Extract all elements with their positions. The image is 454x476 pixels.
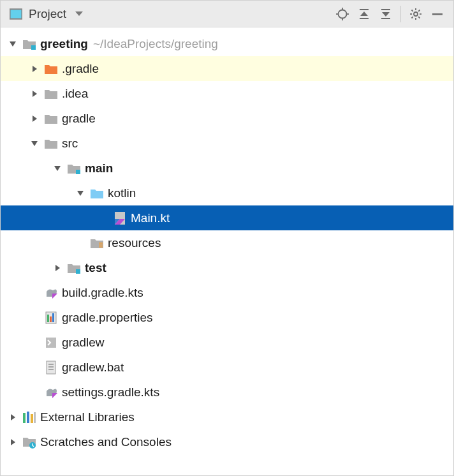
svg-marker-32 xyxy=(77,191,84,196)
separator xyxy=(400,6,401,22)
svg-point-3 xyxy=(339,10,347,18)
folder-label: main xyxy=(85,161,113,175)
svg-marker-29 xyxy=(31,141,38,146)
svg-marker-28 xyxy=(33,115,37,122)
chevron-down-icon[interactable] xyxy=(4,40,21,48)
svg-rect-40 xyxy=(76,269,80,274)
svg-rect-31 xyxy=(76,170,80,174)
tree-row-external-libraries[interactable]: External Libraries xyxy=(1,405,453,429)
tree-row-folder[interactable]: gradle xyxy=(1,106,453,131)
external-libraries-label: External Libraries xyxy=(40,410,135,424)
chevron-right-icon[interactable] xyxy=(4,413,21,421)
svg-marker-51 xyxy=(52,393,57,398)
svg-marker-41 xyxy=(52,294,57,299)
module-folder-icon xyxy=(21,38,38,50)
tree-row-file-selected[interactable]: Main.kt xyxy=(1,205,453,230)
svg-marker-2 xyxy=(75,11,83,16)
dropdown-arrow-icon xyxy=(75,11,83,17)
tree-row-scratches[interactable]: Scratches and Consoles xyxy=(1,429,453,454)
locate-button[interactable] xyxy=(332,3,353,25)
project-path: ~/IdeaProjects/greeting xyxy=(93,37,218,51)
svg-marker-12 xyxy=(382,12,390,17)
chevron-down-icon[interactable] xyxy=(72,190,89,197)
hide-button[interactable] xyxy=(427,3,448,25)
kotlin-file-icon xyxy=(112,211,128,225)
file-label: settings.gradle.kts xyxy=(62,385,159,399)
tree-row-file[interactable]: build.gradle.kts xyxy=(1,280,453,305)
folder-label: .idea xyxy=(62,87,88,101)
svg-marker-26 xyxy=(33,66,37,72)
project-header: Project xyxy=(1,1,453,27)
svg-marker-24 xyxy=(10,41,16,47)
svg-rect-44 xyxy=(50,316,52,322)
file-label: build.gradle.kts xyxy=(62,286,143,300)
project-tree[interactable]: greeting ~/IdeaProjects/greeting .gradle… xyxy=(1,27,453,475)
file-label: gradle.properties xyxy=(62,311,153,325)
project-name: greeting xyxy=(40,37,88,51)
module-folder-icon xyxy=(66,262,82,274)
tree-row-file[interactable]: gradle.properties xyxy=(1,305,453,330)
file-label: gradlew xyxy=(62,336,105,350)
svg-line-20 xyxy=(418,17,420,18)
chevron-right-icon[interactable] xyxy=(26,90,43,98)
tree-row-folder[interactable]: .gradle xyxy=(1,56,453,81)
scratches-label: Scratches and Consoles xyxy=(40,435,172,449)
settings-button[interactable] xyxy=(405,3,427,25)
svg-marker-39 xyxy=(55,265,60,271)
chevron-right-icon[interactable] xyxy=(26,115,43,123)
svg-rect-45 xyxy=(52,313,54,322)
svg-rect-0 xyxy=(10,10,22,19)
folder-icon xyxy=(43,88,59,100)
svg-rect-54 xyxy=(27,412,29,423)
tree-row-folder[interactable]: .idea xyxy=(1,81,453,106)
file-label: gradlew.bat xyxy=(62,361,124,375)
svg-rect-56 xyxy=(34,412,36,423)
svg-marker-30 xyxy=(54,166,61,171)
chevron-down-icon[interactable] xyxy=(49,165,66,172)
file-label: Main.kt xyxy=(131,211,170,225)
folder-label: gradle xyxy=(62,112,96,126)
folder-icon xyxy=(43,113,59,124)
tree-row-folder[interactable]: kotlin xyxy=(1,181,453,205)
chevron-right-icon[interactable] xyxy=(4,438,21,446)
resources-folder-icon xyxy=(89,237,105,249)
folder-label: resources xyxy=(108,236,161,250)
svg-rect-53 xyxy=(23,413,26,423)
svg-marker-9 xyxy=(360,11,368,16)
tree-row-project-root[interactable]: greeting ~/IdeaProjects/greeting xyxy=(1,31,453,56)
svg-marker-52 xyxy=(11,414,15,420)
svg-line-19 xyxy=(412,10,413,11)
text-file-icon xyxy=(43,361,59,375)
folder-label: test xyxy=(85,261,106,275)
project-view-selector[interactable]: Project xyxy=(10,7,332,21)
svg-rect-23 xyxy=(432,13,443,15)
shell-script-icon xyxy=(43,336,59,349)
tree-row-file[interactable]: gradlew xyxy=(1,330,453,355)
project-icon xyxy=(10,8,22,20)
module-folder-icon xyxy=(66,163,82,174)
tree-row-file[interactable]: gradlew.bat xyxy=(1,355,453,380)
svg-line-22 xyxy=(418,10,420,11)
svg-marker-57 xyxy=(11,439,15,445)
tree-row-folder[interactable]: src xyxy=(1,131,453,156)
chevron-right-icon[interactable] xyxy=(26,65,43,73)
excluded-folder-icon xyxy=(43,63,59,75)
properties-file-icon xyxy=(43,311,59,324)
project-tool-window: Project xyxy=(0,0,454,476)
collapse-all-button[interactable] xyxy=(375,3,397,25)
project-view-label: Project xyxy=(29,7,66,21)
svg-point-14 xyxy=(414,12,418,16)
chevron-down-icon[interactable] xyxy=(26,140,43,147)
tree-row-folder[interactable]: main xyxy=(1,156,453,181)
tree-row-file[interactable]: settings.gradle.kts xyxy=(1,380,453,405)
source-folder-icon xyxy=(89,188,105,199)
tree-row-folder[interactable]: resources xyxy=(1,230,453,255)
svg-rect-25 xyxy=(31,45,36,50)
header-actions xyxy=(332,3,448,25)
folder-label: src xyxy=(62,137,78,151)
tree-row-folder[interactable]: test xyxy=(1,255,453,280)
svg-marker-27 xyxy=(33,91,37,97)
folder-label: kotlin xyxy=(108,186,136,200)
chevron-right-icon[interactable] xyxy=(49,264,66,272)
expand-all-button[interactable] xyxy=(353,3,375,25)
